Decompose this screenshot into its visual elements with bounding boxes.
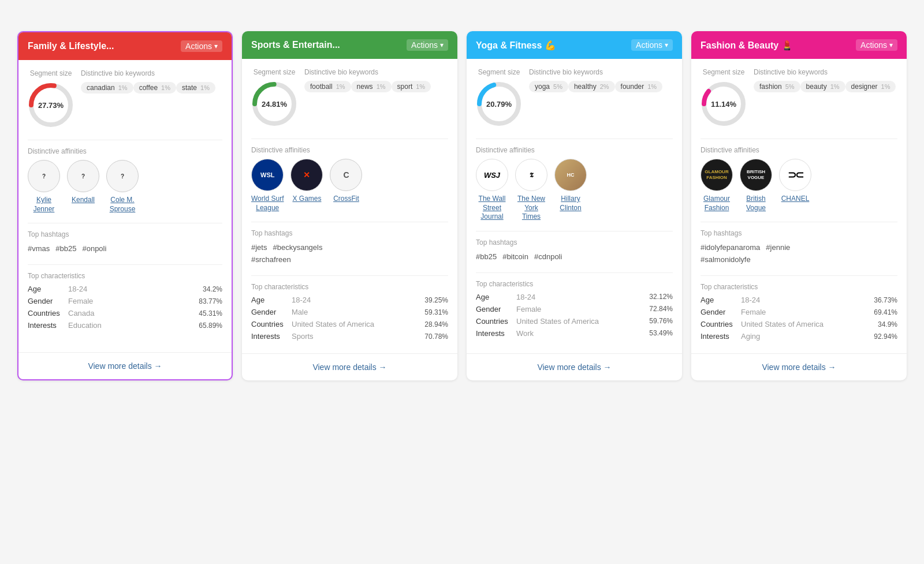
affinity-item[interactable]: 𝕿 The NewYorkTimes: [515, 159, 547, 222]
hashtag: #idolyfepanaroma: [701, 243, 760, 252]
affinity-name: CrossFit: [333, 195, 359, 204]
char-pct: 34.2%: [196, 285, 222, 293]
char-label: Gender: [28, 297, 68, 305]
divider: [28, 140, 222, 140]
char-value: Male: [292, 308, 422, 316]
view-more-link[interactable]: View more details →: [537, 363, 611, 372]
affinities-section: Distinctive affinities GLAMOURFASHION Gl…: [701, 146, 897, 212]
char-value: Work: [516, 329, 646, 338]
affinity-name: HillaryClinton: [560, 195, 581, 212]
keyword-pct: 2%: [600, 83, 609, 90]
divider: [476, 139, 673, 139]
card-body: Segment size 24.81% Distinctive bio keyw…: [242, 59, 457, 353]
segments-grid: Family & Lifestyle... Actions ▾ Segment …: [17, 31, 907, 380]
hashtag: #srchafreen: [251, 255, 291, 264]
segment-card-family-lifestyle: Family & Lifestyle... Actions ▾ Segment …: [17, 31, 233, 380]
actions-button[interactable]: Actions ▾: [856, 39, 897, 51]
hashtag: #bb25: [55, 244, 76, 253]
segment-size-label: Segment size: [703, 68, 745, 76]
keyword-label: state: [182, 84, 197, 92]
affinity-item[interactable]: ? KylieJenner: [28, 160, 60, 214]
keyword-pct: 1%: [377, 83, 386, 90]
keywords-section: Distinctive bio keywords yoga 5% healthy…: [529, 68, 673, 127]
char-label: Interests: [701, 332, 741, 341]
char-value: Education: [68, 321, 196, 330]
donut-percentage: 24.81%: [262, 100, 287, 109]
affinities-list: WSL World SurfLeague ✕ X Games C CrossFi…: [251, 159, 448, 212]
keyword-pill: news 1%: [351, 81, 392, 92]
affinity-item[interactable]: ✕ X Games: [290, 159, 323, 212]
char-label: Countries: [476, 317, 516, 326]
actions-button[interactable]: Actions ▾: [631, 39, 673, 51]
actions-button[interactable]: Actions ▾: [407, 39, 448, 51]
affinity-item[interactable]: WSL World SurfLeague: [251, 159, 284, 212]
keyword-pill: football 1%: [304, 81, 351, 92]
affinity-item[interactable]: ? Kendall: [67, 160, 99, 214]
hashtag: #jets: [251, 243, 267, 252]
segment-size-label: Segment size: [254, 68, 296, 76]
donut-section: Segment size 24.81%: [251, 68, 297, 127]
keyword-label: founder: [621, 83, 644, 91]
affinity-name: X Games: [292, 195, 321, 204]
keyword-pct: 1%: [647, 83, 657, 90]
divider: [251, 275, 448, 276]
actions-label: Actions: [860, 40, 887, 50]
segment-title: Yoga & Fitness 💪: [476, 40, 631, 51]
affinity-name: KylieJenner: [33, 196, 55, 214]
keyword-pill: fashion 5%: [754, 81, 800, 92]
affinities-list: GLAMOURFASHION GlamourFashion BRITISHVOG…: [701, 159, 897, 212]
donut-percentage: 11.14%: [711, 100, 736, 109]
divider: [476, 231, 673, 231]
affinities-label: Distinctive affinities: [476, 146, 673, 154]
characteristic-row: Age 18-24 32.12%: [476, 293, 673, 301]
divider: [251, 139, 448, 139]
characteristic-row: Interests Education 65.89%: [28, 321, 222, 330]
affinity-item[interactable]: GLAMOURFASHION GlamourFashion: [701, 159, 733, 212]
affinity-item[interactable]: HC HillaryClinton: [554, 159, 587, 222]
char-value: 18-24: [741, 296, 871, 304]
divider: [701, 275, 897, 276]
char-label: Age: [701, 296, 741, 304]
char-value: Female: [68, 297, 196, 305]
characteristics-section: Top characteristics Age 18-24 32.12% Gen…: [476, 280, 673, 338]
top-section-row: Segment size 27.73% Distinctive bio keyw…: [28, 69, 222, 128]
keyword-label: beauty: [806, 83, 827, 91]
char-label: Age: [251, 296, 292, 304]
view-more-link[interactable]: View more details →: [88, 361, 162, 371]
affinities-list: WSJ The WallStreetJournal 𝕿 The NewYorkT…: [476, 159, 673, 222]
segment-card-fashion-beauty: Fashion & Beauty 💄 Actions ▾ Segment siz…: [691, 31, 907, 380]
hashtags-section: Top hashtags #vmas#bb25#onpoli: [28, 230, 222, 255]
keywords-section: Distinctive bio keywords football 1% new…: [304, 68, 448, 127]
char-value: Female: [516, 305, 646, 313]
actions-button[interactable]: Actions ▾: [181, 40, 222, 52]
characteristic-row: Gender Female 72.84%: [476, 305, 673, 313]
donut-chart: 20.79%: [476, 81, 522, 127]
characteristic-row: Age 18-24 34.2%: [28, 285, 222, 293]
affinity-item[interactable]: ? Cole M.Sprouse: [106, 160, 139, 214]
characteristics-label: Top characteristics: [28, 272, 222, 280]
view-more-link[interactable]: View more details →: [312, 363, 386, 372]
keyword-pill: coffee 1%: [133, 82, 176, 94]
affinity-item[interactable]: C CrossFit: [330, 159, 362, 212]
keyword-pct: 1%: [118, 84, 128, 91]
view-more-link[interactable]: View more details →: [762, 363, 836, 372]
affinity-item[interactable]: BRITISHVOGUE BritishVogue: [740, 159, 772, 212]
hashtags-label: Top hashtags: [28, 230, 222, 238]
chevron-down-icon: ▾: [214, 42, 218, 50]
char-pct: 72.84%: [646, 305, 673, 313]
affinity-item[interactable]: WSJ The WallStreetJournal: [476, 159, 508, 222]
characteristic-row: Interests Work 53.49%: [476, 329, 673, 338]
characteristics-section: Top characteristics Age 18-24 36.73% Gen…: [701, 283, 897, 341]
segment-size-label: Segment size: [30, 69, 72, 77]
actions-label: Actions: [411, 40, 438, 50]
characteristic-row: Countries United States of America 59.76…: [476, 317, 673, 326]
affinities-list: ? KylieJenner ? Kendall ? Cole M.Sprouse: [28, 160, 222, 214]
divider: [28, 223, 222, 223]
keywords-label: Distinctive bio keywords: [304, 68, 448, 76]
char-pct: 36.73%: [871, 296, 897, 304]
affinities-label: Distinctive affinities: [28, 147, 222, 155]
affinity-item[interactable]: ⊃⊂ CHANEL: [779, 159, 811, 212]
segment-title: Family & Lifestyle...: [28, 41, 181, 51]
segment-size-label: Segment size: [478, 68, 520, 76]
char-value: Canada: [68, 309, 196, 318]
